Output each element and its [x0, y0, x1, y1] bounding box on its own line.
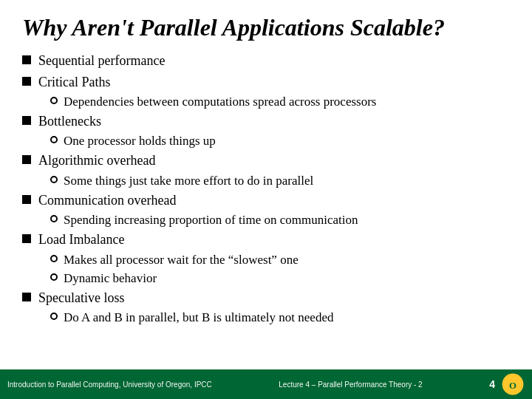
bullet-text: Speculative loss — [38, 289, 124, 307]
sub-text: One processor holds things up — [64, 133, 216, 149]
bullet-square-icon — [22, 293, 31, 301]
slide-content: Why Aren't Parallel Applications Scalabl… — [0, 0, 532, 369]
bullet-item: Critical PathsDependencies between compu… — [22, 73, 510, 110]
slide-title: Why Aren't Parallel Applications Scalabl… — [22, 13, 510, 41]
sub-text: Dynamic behavior — [64, 270, 157, 287]
bullet-item: Communication overheadSpending increasin… — [22, 191, 510, 228]
footer-right: 4 O — [489, 372, 525, 396]
sub-text: Do A and B in parallel, but B is ultimat… — [64, 310, 333, 326]
footer-bar: Introduction to Parallel Computing, Univ… — [0, 369, 532, 399]
sub-bullet-icon — [50, 97, 58, 104]
bullet-square-icon — [22, 155, 31, 164]
uo-logo-icon: O — [501, 372, 525, 396]
bullet-text: Load Imbalance — [38, 231, 124, 248]
bullet-text: Sequential performance — [38, 52, 165, 69]
sub-bullet-icon — [50, 255, 58, 262]
bullet-square-icon — [22, 234, 31, 243]
sub-item: Dynamic behavior — [50, 270, 510, 287]
sub-bullet-icon — [50, 136, 58, 143]
bullet-list: Sequential performanceCritical PathsDepe… — [22, 52, 510, 326]
bullet-text: Algorithmic overhead — [38, 151, 155, 169]
svg-text:O: O — [509, 381, 516, 391]
bullet-item: Speculative lossDo A and B in parallel, … — [22, 289, 510, 326]
sub-text: Spending increasing proportion of time o… — [64, 212, 358, 228]
sub-text: Makes all processor wait for the “slowes… — [64, 252, 299, 268]
sub-item: Some things just take more effort to do … — [50, 173, 510, 189]
bullet-text: Critical Paths — [38, 73, 111, 91]
bullet-item: Sequential performance — [22, 52, 510, 69]
footer-left: Introduction to Parallel Computing, Univ… — [7, 381, 212, 389]
sub-bullet-icon — [50, 313, 58, 320]
bullet-square-icon — [22, 116, 31, 125]
sub-bullet-icon — [50, 273, 58, 281]
bullet-text: Communication overhead — [38, 191, 176, 209]
sub-bullet-icon — [50, 176, 58, 183]
sub-item: Dependencies between computations spread… — [50, 94, 510, 110]
bullet-square-icon — [22, 77, 31, 86]
bullet-item: BottlenecksOne processor holds things up — [22, 112, 510, 149]
sub-item: One processor holds things up — [50, 133, 510, 149]
footer-center: Lecture 4 – Parallel Performance Theory … — [279, 381, 422, 389]
sub-text: Some things just take more effort to do … — [64, 173, 313, 189]
bullet-square-icon — [22, 55, 31, 64]
sub-text: Dependencies between computations spread… — [64, 94, 376, 110]
sub-item: Makes all processor wait for the “slowes… — [50, 252, 510, 268]
sub-item: Do A and B in parallel, but B is ultimat… — [50, 310, 510, 326]
footer-page: 4 — [489, 378, 495, 390]
bullet-item: Algorithmic overheadSome things just tak… — [22, 151, 510, 188]
bullet-square-icon — [22, 195, 31, 204]
sub-bullet-icon — [50, 215, 58, 222]
sub-item: Spending increasing proportion of time o… — [50, 212, 510, 228]
bullet-item: Load ImbalanceMakes all processor wait f… — [22, 231, 510, 286]
bullet-text: Bottlenecks — [38, 112, 101, 130]
